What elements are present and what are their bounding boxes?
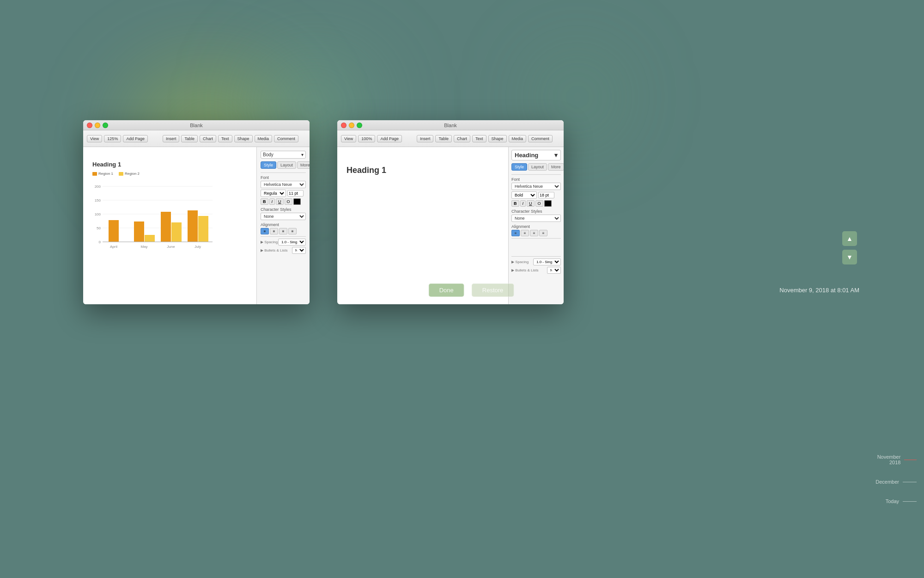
right-window: Blank View 100% Add Page Insert Table Ch…	[337, 120, 564, 304]
format-tabs-right: Style Layout More	[511, 163, 561, 171]
bullets-select-left[interactable]: None	[292, 247, 306, 254]
timeline-label-today: Today	[886, 498, 899, 504]
tab-layout-left[interactable]: Layout	[277, 161, 296, 169]
style-dropdown-left[interactable]: Body ▾	[261, 151, 306, 159]
svg-text:April: April	[110, 245, 117, 249]
char-styles-select-left[interactable]: None	[261, 213, 306, 220]
right-italic-button[interactable]: I	[520, 200, 526, 207]
right-text-button[interactable]: Text	[472, 135, 486, 142]
left-doc-area[interactable]: Heading 1 Region 1 Region 2	[83, 147, 256, 304]
right-media-button[interactable]: Media	[509, 135, 527, 142]
maximize-button[interactable]	[103, 123, 108, 128]
right-font-format-row: B I U O	[511, 200, 561, 207]
right-maximize-button[interactable]	[357, 123, 362, 128]
comment-button[interactable]: Comment	[274, 135, 298, 142]
heading-dropdown[interactable]: Heading ▾	[511, 150, 561, 160]
right-underline-button[interactable]: U	[527, 200, 535, 207]
italic-button[interactable]: I	[269, 198, 275, 205]
font-style-select[interactable]: Regular	[261, 190, 286, 197]
tab-layout-right[interactable]: Layout	[528, 163, 547, 171]
right-align-right-btn[interactable]: ≡	[530, 230, 538, 236]
text-color-box[interactable]	[293, 198, 301, 205]
right-insert-button[interactable]: Insert	[417, 135, 434, 142]
format-tabs-left: Style Layout More	[261, 161, 306, 169]
windows-area: Blank View 125% Add Page Insert Table Ch…	[83, 120, 859, 304]
tab-style-left[interactable]: Style	[261, 161, 276, 169]
spacing-select-left[interactable]: 1.0 - Single	[278, 239, 306, 246]
close-button[interactable]	[87, 123, 92, 128]
bar-chart-svg: 200 150 100 50 0	[92, 179, 217, 260]
right-spacing-select[interactable]: 1.0 - Single	[533, 258, 561, 265]
right-close-button[interactable]	[341, 123, 346, 128]
shape-button[interactable]: Shape	[234, 135, 253, 142]
left-format-panel: Body ▾ Style Layout More Font Helvetica …	[256, 147, 310, 304]
timeline-entry-december: December	[869, 479, 924, 485]
right-text-color-box[interactable]	[544, 200, 552, 207]
font-select-left[interactable]: Helvetica Neue	[261, 181, 306, 188]
right-table-button[interactable]: Table	[435, 135, 452, 142]
bullets-triangle-left[interactable]: ▶ Bullets & Lists	[261, 248, 287, 252]
insert-button[interactable]: Insert	[163, 135, 180, 142]
align-center-btn[interactable]: ≡	[270, 228, 278, 234]
chart-container: Heading 1 Region 1 Region 2	[92, 161, 247, 262]
right-shape-button[interactable]: Shape	[488, 135, 507, 142]
align-justify-btn[interactable]: ≡	[288, 228, 297, 234]
right-bullets-select[interactable]: None	[547, 267, 561, 274]
right-align-justify-btn[interactable]: ≡	[539, 230, 547, 236]
zoom-button[interactable]: 125%	[104, 135, 121, 142]
right-font-select-row: Helvetica Neue	[511, 183, 561, 190]
text-button[interactable]: Text	[218, 135, 232, 142]
align-left-btn[interactable]: ≡	[261, 228, 269, 234]
right-zoom-button[interactable]: 100%	[358, 135, 375, 142]
strikethrough-button[interactable]: O	[285, 198, 292, 205]
current-doc-label: Current Document	[83, 287, 132, 294]
timestamp-label: November 9, 2018 at 8:01 AM	[779, 287, 859, 294]
table-button[interactable]: Table	[181, 135, 198, 142]
right-add-page-button[interactable]: Add Page	[377, 135, 402, 142]
right-minimize-button[interactable]	[349, 123, 354, 128]
legend-label-1: Region 1	[98, 172, 113, 176]
right-strikethrough-button[interactable]: O	[535, 200, 543, 207]
underline-button[interactable]: U	[276, 198, 284, 205]
restore-button[interactable]: Restore	[472, 283, 514, 297]
font-style-row: Regular	[261, 190, 306, 197]
legend-color-1	[92, 172, 97, 176]
done-button[interactable]: Done	[429, 283, 464, 297]
chart-title: Heading 1	[92, 161, 247, 168]
right-char-styles-select[interactable]: None	[511, 215, 561, 222]
right-font-style-select[interactable]: Bold	[511, 191, 537, 199]
right-align-center-btn[interactable]: ≡	[521, 230, 529, 236]
nav-arrows: ▲ ▼	[842, 231, 857, 264]
chart-button[interactable]: Chart	[200, 135, 216, 142]
svg-text:May: May	[140, 245, 147, 249]
right-toolbar-view-group: View 100% Add Page	[341, 135, 402, 142]
right-window-content: Heading 1 Heading ▾ Style Layout More Fo…	[337, 147, 564, 304]
bottom-center-buttons: Done Restore	[429, 283, 514, 297]
align-right-btn[interactable]: ≡	[279, 228, 287, 234]
svg-rect-12	[145, 235, 155, 242]
tab-more-left[interactable]: More	[297, 161, 310, 169]
right-doc-area[interactable]: Heading 1	[337, 147, 508, 304]
bold-button[interactable]: B	[261, 198, 268, 205]
tab-more-right[interactable]: More	[548, 163, 564, 171]
right-spacing-triangle[interactable]: ▶ Spacing	[511, 260, 529, 264]
right-bullets-triangle[interactable]: ▶ Bullets & Lists	[511, 268, 538, 272]
right-chart-button[interactable]: Chart	[454, 135, 470, 142]
right-view-button[interactable]: View	[341, 135, 356, 142]
view-button[interactable]: View	[87, 135, 102, 142]
minimize-button[interactable]	[95, 123, 100, 128]
font-size-input[interactable]	[287, 190, 304, 197]
add-page-button[interactable]: Add Page	[123, 135, 148, 142]
right-bold-button[interactable]: B	[511, 200, 519, 207]
right-font-select[interactable]: Helvetica Neue	[511, 183, 561, 190]
svg-text:June: June	[167, 245, 175, 249]
tab-style-right[interactable]: Style	[511, 163, 527, 171]
media-button[interactable]: Media	[255, 135, 273, 142]
nav-down-button[interactable]: ▼	[842, 250, 857, 264]
right-align-left-btn[interactable]: ≡	[511, 230, 520, 236]
right-comment-button[interactable]: Comment	[528, 135, 553, 142]
right-font-size-input[interactable]	[538, 192, 554, 198]
nav-up-button[interactable]: ▲	[842, 231, 857, 246]
svg-rect-13	[161, 212, 171, 242]
spacing-triangle-left[interactable]: ▶ Spacing	[261, 240, 278, 244]
